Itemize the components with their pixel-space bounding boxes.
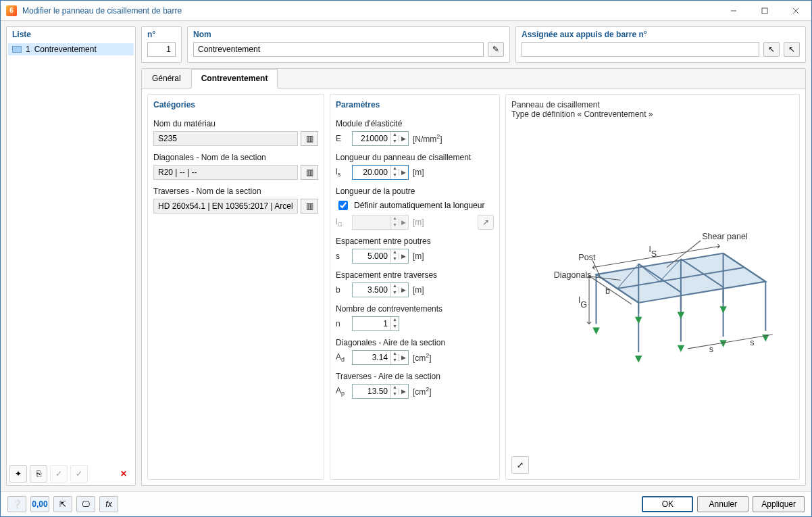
n-label: Nombre de contreventements bbox=[336, 304, 494, 314]
spin-up-icon[interactable]: ▲ bbox=[391, 351, 399, 358]
pick-multi-button[interactable]: ↖ bbox=[784, 42, 800, 57]
list[interactable]: 1 Contreventement bbox=[7, 42, 135, 462]
pick-single-button[interactable]: ↖ bbox=[763, 42, 780, 57]
spin-down-icon[interactable]: ▼ bbox=[391, 358, 399, 364]
svg-marker-22 bbox=[592, 327, 599, 334]
fx-icon: fx bbox=[105, 499, 111, 509]
E-symbol: E bbox=[336, 134, 348, 143]
spin-down-icon[interactable]: ▼ bbox=[391, 256, 399, 263]
dropdown-icon[interactable]: ▶ bbox=[399, 287, 408, 293]
parameters-header: Paramètres bbox=[336, 100, 494, 109]
edit-name-button[interactable]: ✎ bbox=[488, 42, 504, 57]
dropdown-icon[interactable]: ▶ bbox=[399, 253, 408, 260]
spin-up-icon[interactable]: ▲ bbox=[391, 249, 399, 256]
s-value-field[interactable] bbox=[353, 249, 390, 263]
E-input[interactable]: ▲▼ ▶ bbox=[352, 131, 409, 146]
apply-button[interactable]: Appliquer bbox=[753, 496, 805, 512]
library-icon: ▥ bbox=[306, 201, 313, 211]
diagram-shear-panel-label: Shear panel bbox=[702, 231, 748, 241]
b-value-field[interactable] bbox=[353, 283, 390, 297]
E-value-field[interactable] bbox=[353, 132, 390, 145]
monitor-icon: 🖵 bbox=[82, 499, 90, 509]
minimize-icon bbox=[730, 7, 737, 14]
auto-length-input[interactable] bbox=[338, 201, 348, 210]
list-panel: Liste 1 Contreventement ✦ ⎘ ✓ ✓ ✕ bbox=[6, 26, 136, 486]
name-panel: Nom ✎ bbox=[187, 26, 510, 63]
transoms-library-button[interactable]: ▥ bbox=[301, 199, 318, 214]
dropdown-icon[interactable]: ▶ bbox=[399, 388, 408, 395]
dropdown-icon: ▶ bbox=[399, 219, 408, 226]
n-value-field[interactable] bbox=[353, 317, 390, 330]
diagonals-section-field[interactable] bbox=[153, 165, 298, 180]
categories-column: Catégories Nom du matériau ▥ Diagonales … bbox=[147, 94, 324, 480]
cancel-button[interactable]: Annuler bbox=[697, 496, 748, 512]
Ap-value-field[interactable] bbox=[353, 385, 390, 398]
tool-a-button[interactable]: ⇱ bbox=[53, 496, 72, 512]
name-input[interactable] bbox=[193, 42, 484, 57]
units-button[interactable]: 0,00 bbox=[30, 496, 49, 512]
Ad-input[interactable]: ▲▼ ▶ bbox=[352, 350, 409, 365]
enlarge-icon: ⤢ bbox=[517, 460, 524, 470]
svg-marker-24 bbox=[678, 345, 684, 351]
dropdown-icon[interactable]: ▶ bbox=[399, 169, 408, 176]
svg-marker-28 bbox=[678, 312, 684, 318]
Ap-input[interactable]: ▲▼ ▶ bbox=[352, 384, 409, 399]
lg-value-field bbox=[353, 216, 390, 229]
ls-value-field[interactable] bbox=[353, 166, 390, 179]
E-label: Module d'élasticité bbox=[336, 119, 494, 128]
spin-down-icon[interactable]: ▼ bbox=[391, 172, 399, 179]
spin-up-icon[interactable]: ▲ bbox=[391, 166, 399, 172]
s-input[interactable]: ▲▼ ▶ bbox=[352, 249, 409, 264]
new-button[interactable]: ✦ bbox=[9, 465, 27, 483]
transoms-section-field[interactable] bbox=[153, 199, 298, 214]
app-icon: 6 bbox=[6, 5, 17, 16]
Ad-value-field[interactable] bbox=[353, 351, 390, 364]
tool-b-button[interactable]: 🖵 bbox=[76, 496, 95, 512]
n-input[interactable]: ▲▼ bbox=[352, 316, 399, 331]
dropdown-icon[interactable]: ▶ bbox=[399, 135, 408, 142]
spin-down-icon[interactable]: ▼ bbox=[391, 139, 399, 145]
ok-button[interactable]: OK bbox=[642, 496, 693, 512]
dropdown-icon[interactable]: ▶ bbox=[399, 354, 408, 361]
tab-contreventement[interactable]: Contreventement bbox=[191, 69, 278, 89]
dialog-window: 6 Modifier le panneau de cisaillement de… bbox=[0, 0, 812, 517]
list-item[interactable]: 1 Contreventement bbox=[8, 43, 134, 55]
number-input[interactable] bbox=[147, 42, 176, 57]
diagonals-section-label: Diagonales - Nom de la section bbox=[153, 153, 318, 162]
material-library-button[interactable]: ▥ bbox=[301, 131, 318, 146]
spin-up-icon[interactable]: ▲ bbox=[391, 132, 399, 139]
auto-length-checkbox[interactable]: Définir automatiquement la longueur bbox=[336, 199, 494, 212]
spin-up-icon[interactable]: ▲ bbox=[391, 385, 399, 391]
parameters-column: Paramètres Module d'élasticité E ▲▼ ▶ bbox=[330, 94, 500, 480]
help-button[interactable]: ❔ bbox=[7, 496, 26, 512]
lg-symbol: lG bbox=[336, 217, 348, 228]
spin-up-icon[interactable]: ▲ bbox=[391, 317, 399, 324]
check-icon: ✓ bbox=[55, 469, 62, 478]
enlarge-image-button[interactable]: ⤢ bbox=[511, 456, 529, 474]
cursor-icon: ↖ bbox=[768, 45, 775, 54]
ls-symbol: ls bbox=[336, 167, 348, 178]
maximize-button[interactable] bbox=[749, 1, 780, 21]
tab-general[interactable]: Général bbox=[142, 69, 191, 88]
ls-input[interactable]: ▲▼ ▶ bbox=[352, 165, 409, 180]
Ad-symbol: Ad bbox=[336, 352, 348, 363]
pencil-icon: ✎ bbox=[492, 45, 499, 54]
library-icon: ▥ bbox=[306, 134, 313, 143]
lg-input: ▲▼ ▶ bbox=[352, 215, 409, 230]
delete-button[interactable]: ✕ bbox=[115, 465, 132, 483]
spin-up-icon[interactable]: ▲ bbox=[391, 283, 399, 290]
spin-down-icon[interactable]: ▼ bbox=[391, 324, 399, 330]
b-input[interactable]: ▲▼ ▶ bbox=[352, 282, 409, 297]
diagonals-library-button[interactable]: ▥ bbox=[301, 165, 318, 180]
svg-marker-23 bbox=[635, 355, 642, 362]
spin-down-icon[interactable]: ▼ bbox=[391, 391, 399, 398]
close-button[interactable] bbox=[780, 1, 811, 21]
spin-down-icon[interactable]: ▼ bbox=[391, 290, 399, 297]
tool-c-button[interactable]: fx bbox=[99, 496, 118, 512]
copy-button[interactable]: ⎘ bbox=[30, 465, 47, 483]
image-caption-line1: Panneau de cisaillement bbox=[511, 100, 794, 109]
b-label: Espacement entre traverses bbox=[336, 270, 494, 280]
material-field[interactable] bbox=[153, 131, 298, 146]
assign-input[interactable] bbox=[522, 42, 759, 57]
minimize-button[interactable] bbox=[718, 1, 749, 21]
